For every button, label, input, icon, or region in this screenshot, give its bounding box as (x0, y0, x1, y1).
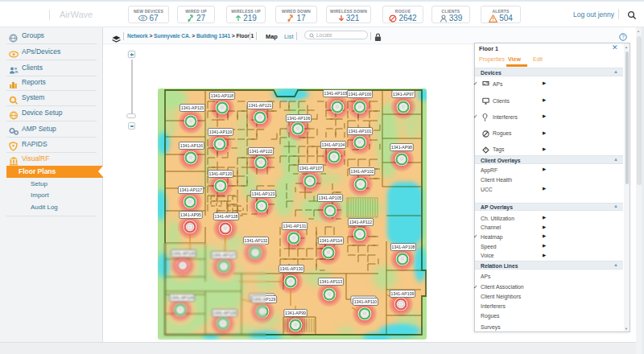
svg-text:1341-AP101: 1341-AP101 (349, 129, 372, 134)
svg-text:1341-AP122: 1341-AP122 (250, 149, 273, 154)
svg-text:1341-AP95: 1341-AP95 (180, 212, 201, 217)
svg-text:1341-AP105: 1341-AP105 (319, 196, 342, 200)
svg-text:1341-AP128: 1341-AP128 (215, 214, 238, 219)
svg-text:?: ? (621, 34, 625, 39)
svg-text:1341-AP131: 1341-AP131 (283, 224, 307, 228)
svg-text:1341-AP117: 1341-AP117 (180, 187, 203, 192)
svg-text:1341-AP130: 1341-AP130 (280, 266, 303, 271)
svg-text:1341-AP119: 1341-AP119 (209, 130, 233, 134)
svg-text:1341-AP110: 1341-AP110 (354, 299, 378, 304)
svg-text:1341-AP115: 1341-AP115 (181, 105, 204, 110)
svg-text:1341-AP108: 1341-AP108 (392, 245, 415, 249)
svg-text:1341-AP112: 1341-AP112 (349, 220, 373, 224)
svg-text:1341-AP103: 1341-AP103 (324, 91, 348, 96)
svg-text:1341-AP109: 1341-AP109 (391, 291, 415, 296)
svg-text:1341-AP114: 1341-AP114 (320, 238, 343, 243)
svg-text:1341-AP104: 1341-AP104 (322, 142, 345, 147)
svg-text:1341-AP113: 1341-AP113 (320, 279, 343, 284)
svg-text:1341-AP107: 1341-AP107 (299, 166, 323, 171)
svg-text:1341-AP106: 1341-AP106 (287, 116, 311, 121)
svg-text:1341-AP120: 1341-AP120 (209, 171, 233, 176)
svg-text:1341-AP99: 1341-AP99 (285, 311, 306, 315)
svg-text:1341-AP123: 1341-AP123 (252, 191, 275, 196)
svg-text:1341-AP102: 1341-AP102 (351, 169, 374, 174)
svg-text:1341-AP97: 1341-AP97 (393, 92, 414, 97)
svg-text:1341-AP100: 1341-AP100 (349, 92, 372, 97)
svg-text:1341-AP98: 1341-AP98 (391, 145, 412, 150)
svg-text:1341-AP116: 1341-AP116 (180, 143, 204, 148)
svg-text:1341-AP118: 1341-AP118 (211, 93, 234, 98)
svg-text:1341-AP121: 1341-AP121 (249, 103, 272, 108)
